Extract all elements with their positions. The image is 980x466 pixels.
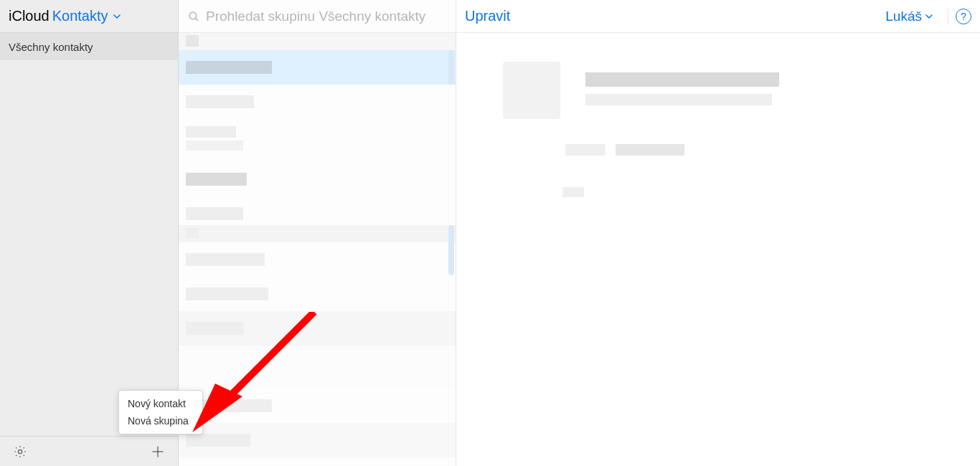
contact-list[interactable] <box>179 33 456 466</box>
plus-icon[interactable] <box>149 443 166 460</box>
redacted-contacts <box>179 33 456 466</box>
redacted-text <box>616 144 684 156</box>
sidebar-item-all-contacts[interactable]: Všechny kontakty <box>0 33 178 60</box>
app-switcher[interactable]: iCloud Kontakty <box>0 0 178 33</box>
menu-item-new-group[interactable]: Nová skupina <box>119 412 202 429</box>
help-icon[interactable]: ? <box>956 9 971 24</box>
divider <box>948 9 948 24</box>
add-menu-popover: Nový kontakt Nová skupina <box>118 390 203 434</box>
redacted-text <box>585 72 779 87</box>
redacted-text <box>585 94 772 105</box>
sidebar-spacer <box>0 60 178 436</box>
chevron-down-icon <box>925 9 933 24</box>
search-input[interactable]: Prohledat skupinu Všechny kontakty <box>179 0 456 33</box>
chevron-down-icon <box>113 8 121 24</box>
account-name: Lukáš <box>885 9 922 24</box>
svg-line-4 <box>195 18 198 21</box>
edit-button[interactable]: Upravit <box>465 8 510 24</box>
brand-label: iCloud <box>9 8 50 24</box>
search-icon <box>187 10 200 23</box>
account-menu[interactable]: Lukáš <box>885 9 933 24</box>
menu-item-new-contact[interactable]: Nový kontakt <box>119 395 202 412</box>
redacted-text <box>565 144 606 156</box>
gear-icon[interactable] <box>11 443 29 460</box>
product-dropdown[interactable]: Kontakty <box>52 8 121 24</box>
product-label: Kontakty <box>52 8 108 24</box>
contact-detail-pane: Upravit Lukáš ? <box>456 0 980 466</box>
search-placeholder: Prohledat skupinu Všechny kontakty <box>206 9 425 24</box>
sidebar: iCloud Kontakty Všechny kontakty <box>0 0 179 466</box>
contact-list-pane: Prohledat skupinu Všechny kontakty <box>179 0 456 466</box>
svg-point-0 <box>18 450 22 453</box>
contact-detail-body <box>456 33 980 466</box>
sidebar-footer <box>0 436 178 466</box>
detail-header: Upravit Lukáš ? <box>456 0 980 33</box>
redacted-avatar <box>503 62 560 119</box>
sidebar-item-label: Všechny kontakty <box>9 41 93 53</box>
svg-point-3 <box>189 12 197 19</box>
redacted-text <box>562 187 584 197</box>
